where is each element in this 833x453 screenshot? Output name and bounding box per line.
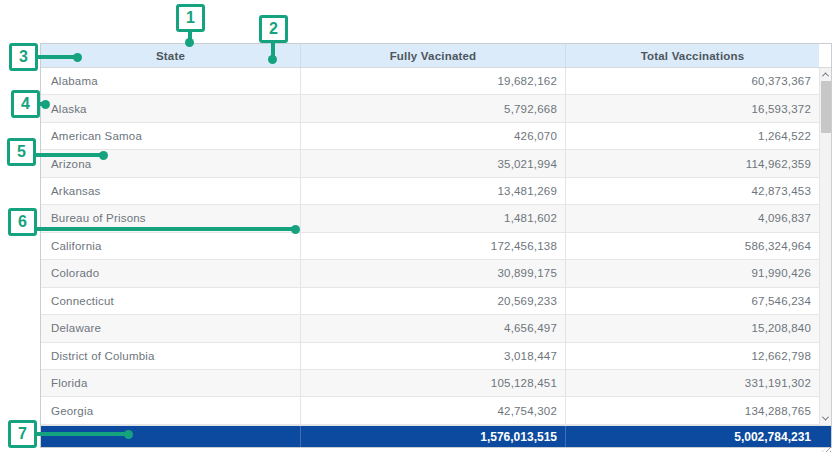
- total-vaccinations-cell: 114,962,359: [566, 150, 819, 177]
- table-row[interactable]: American Samoa 426,070 1,264,522: [41, 123, 819, 150]
- fully-vaccinated-cell: 3,018,447: [301, 343, 566, 370]
- summary-state-cell: [41, 426, 301, 447]
- table-row[interactable]: Florida 105,128,451 331,191,302: [41, 370, 819, 397]
- summary-total-vaccinations-total: 5,002,784,231: [566, 426, 819, 447]
- state-cell: Arizona: [41, 150, 301, 177]
- table-row[interactable]: Arkansas 13,481,269 42,873,453: [41, 178, 819, 205]
- chevron-down-icon: [822, 414, 829, 421]
- state-cell: Bureau of Prisons: [41, 205, 301, 232]
- state-cell: Connecticut: [41, 288, 301, 315]
- annotation-callout-1: 1: [176, 4, 205, 32]
- scrollbar-thumb[interactable]: [821, 81, 831, 133]
- fully-vaccinated-cell: 19,682,162: [301, 68, 566, 95]
- total-vaccinations-cell: 42,873,453: [566, 178, 819, 205]
- annotation-callout-3: 3: [9, 43, 38, 71]
- total-vaccinations-cell: 12,662,798: [566, 343, 819, 370]
- total-vaccinations-cell: 67,546,234: [566, 288, 819, 315]
- table-body: Alabama 19,682,162 60,373,367 Alaska 5,7…: [41, 68, 819, 425]
- annotation-callout-4: 4: [11, 90, 40, 118]
- state-cell: Alabama: [41, 68, 301, 95]
- table-row[interactable]: Alabama 19,682,162 60,373,367: [41, 68, 819, 95]
- total-vaccinations-cell: 60,373,367: [566, 68, 819, 95]
- total-vaccinations-cell: 91,990,426: [566, 260, 819, 287]
- state-cell: Florida: [41, 370, 301, 397]
- table-row[interactable]: District of Columbia 3,018,447 12,662,79…: [41, 343, 819, 370]
- state-cell: Colorado: [41, 260, 301, 287]
- vertical-scrollbar[interactable]: [819, 68, 831, 425]
- total-vaccinations-cell: 15,208,840: [566, 315, 819, 342]
- state-cell: Delaware: [41, 315, 301, 342]
- fully-vaccinated-cell: 5,792,668: [301, 95, 566, 122]
- fully-vaccinated-cell: 172,456,138: [301, 233, 566, 260]
- state-cell: Arkansas: [41, 178, 301, 205]
- table-row[interactable]: Georgia 42,754,302 134,288,765: [41, 397, 819, 424]
- total-vaccinations-cell: 586,324,964: [566, 233, 819, 260]
- fully-vaccinated-cell: 13,481,269: [301, 178, 566, 205]
- fully-vaccinated-cell: 30,899,175: [301, 260, 566, 287]
- annotation-callout-7: 7: [8, 420, 37, 448]
- fully-vaccinated-cell: 42,754,302: [301, 397, 566, 424]
- column-header-state[interactable]: State: [41, 44, 301, 67]
- total-vaccinations-cell: 16,593,372: [566, 95, 819, 122]
- table-row[interactable]: California 172,456,138 586,324,964: [41, 233, 819, 260]
- total-vaccinations-cell: 4,096,837: [566, 205, 819, 232]
- annotation-callout-6: 6: [8, 208, 37, 236]
- table-row[interactable]: Arizona 35,021,994 114,962,359: [41, 150, 819, 177]
- scrollbar-track[interactable]: [820, 133, 832, 412]
- scroll-up-button[interactable]: [820, 68, 832, 81]
- state-cell: American Samoa: [41, 123, 301, 150]
- table-summary-row: 1,576,013,515 5,002,784,231: [41, 425, 831, 447]
- total-vaccinations-cell: 134,288,765: [566, 397, 819, 424]
- annotation-callout-5: 5: [7, 138, 36, 166]
- table-row[interactable]: Delaware 4,656,497 15,208,840: [41, 315, 819, 342]
- table-row[interactable]: Bureau of Prisons 1,481,602 4,096,837: [41, 205, 819, 232]
- annotation-callout-2: 2: [259, 15, 288, 43]
- table-row[interactable]: Colorado 30,899,175 91,990,426: [41, 260, 819, 287]
- column-header-total-vaccinations[interactable]: Total Vaccinations: [566, 44, 819, 67]
- state-cell: California: [41, 233, 301, 260]
- state-cell: District of Columbia: [41, 343, 301, 370]
- state-cell: Alaska: [41, 95, 301, 122]
- column-header-fully-vaccinated[interactable]: Fully Vacinated: [301, 44, 566, 67]
- fully-vaccinated-cell: 1,481,602: [301, 205, 566, 232]
- summary-scrollbar-spacer: [819, 426, 831, 447]
- annotation-connector-1: [188, 31, 192, 41]
- state-cell: Georgia: [41, 397, 301, 424]
- summary-fully-vaccinated-total: 1,576,013,515: [301, 426, 566, 447]
- total-vaccinations-cell: 331,191,302: [566, 370, 819, 397]
- table-row[interactable]: Connecticut 20,569,233 67,546,234: [41, 288, 819, 315]
- header-scrollbar-spacer: [819, 44, 831, 67]
- chevron-up-icon: [822, 72, 829, 79]
- fully-vaccinated-cell: 35,021,994: [301, 150, 566, 177]
- screenshot-canvas: State Fully Vacinated Total Vaccinations…: [0, 0, 833, 453]
- fully-vaccinated-cell: 4,656,497: [301, 315, 566, 342]
- fully-vaccinated-cell: 105,128,451: [301, 370, 566, 397]
- scroll-down-button[interactable]: [820, 412, 832, 425]
- table-row[interactable]: Alaska 5,792,668 16,593,372: [41, 95, 819, 122]
- fully-vaccinated-cell: 20,569,233: [301, 288, 566, 315]
- table-header-row: State Fully Vacinated Total Vaccinations: [41, 44, 831, 68]
- table-body-wrap: Alabama 19,682,162 60,373,367 Alaska 5,7…: [41, 68, 831, 425]
- total-vaccinations-cell: 1,264,522: [566, 123, 819, 150]
- vaccination-table: State Fully Vacinated Total Vaccinations…: [40, 43, 832, 448]
- fully-vaccinated-cell: 426,070: [301, 123, 566, 150]
